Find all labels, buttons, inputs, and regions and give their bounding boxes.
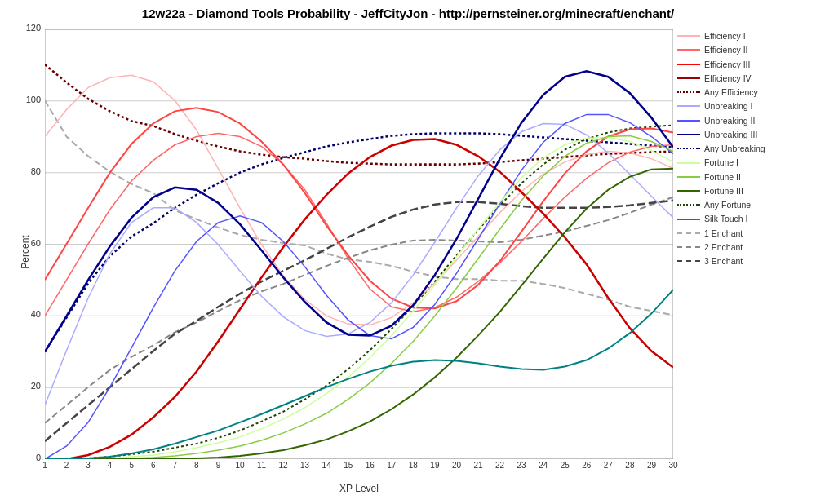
legend-line-9 [677,162,700,164]
legend-item-1: Efficiency II [677,43,809,56]
x-tick-17: 17 [387,461,396,470]
x-tick-23: 23 [517,461,526,470]
legend-label-12: Any Fortune [704,198,751,211]
legend-label-11: Fortune III [704,184,743,197]
x-tick-19: 19 [430,461,439,470]
legend-item-3: Efficiency IV [677,72,809,85]
x-tick-12: 12 [279,461,288,470]
legend-line-7 [677,134,700,135]
legend-line-8 [677,148,700,149]
x-tick-25: 25 [561,461,570,470]
x-tick-22: 22 [495,461,504,470]
legend-item-16: 3 Enchant [677,254,809,267]
legend-label-3: Efficiency IV [704,72,752,85]
x-tick-20: 20 [452,461,461,470]
x-tick-3: 3 [86,461,91,470]
x-tick-10: 10 [235,461,244,470]
legend-item-6: Unbreaking II [677,114,809,127]
y-axis-label: Percent [20,235,31,268]
legend-label-6: Unbreaking II [704,114,755,127]
legend-line-5 [677,105,700,107]
x-tick-6: 6 [151,461,156,470]
legend-item-8: Any Unbreaking [677,142,809,155]
y-tick-60: 60 [31,238,41,248]
x-tick-15: 15 [344,461,353,470]
legend-line-6 [677,120,700,122]
legend-label-15: 2 Enchant [704,241,743,254]
x-tick-4: 4 [108,461,113,470]
y-tick-120: 120 [26,23,41,33]
legend-item-12: Any Fortune [677,198,809,211]
x-tick-13: 13 [300,461,309,470]
legend-line-10 [677,176,700,178]
legend-item-11: Fortune III [677,184,809,197]
legend-label-16: 3 Enchant [704,254,743,267]
x-tick-18: 18 [409,461,418,470]
x-tick-28: 28 [625,461,634,470]
x-tick-2: 2 [64,461,69,470]
legend-label-13: Silk Touch I [704,212,748,225]
chart-area: 120 100 80 60 40 20 0 123456789101112131… [45,29,673,459]
legend-item-0: Efficiency I [677,29,809,42]
x-axis-label: XP Level [45,483,673,494]
legend-line-11 [677,190,700,192]
chart-svg [45,29,673,459]
x-tick-1: 1 [42,461,47,470]
x-tick-7: 7 [173,461,178,470]
y-tick-0: 0 [36,453,41,462]
legend-label-9: Fortune I [704,156,738,169]
x-tick-21: 21 [473,461,482,470]
legend-item-2: Efficiency III [677,58,809,71]
y-tick-100: 100 [26,95,41,104]
legend-line-13 [677,219,700,220]
x-tick-16: 16 [366,461,375,470]
legend-label-2: Efficiency III [704,58,750,71]
x-tick-26: 26 [582,461,591,470]
legend-item-14: 1 Enchant [677,227,809,240]
legend-line-1 [677,49,700,51]
legend-label-0: Efficiency I [704,29,746,42]
legend-line-15 [677,246,700,248]
x-tick-24: 24 [539,461,548,470]
legend-item-5: Unbreaking I [677,99,809,113]
y-tick-80: 80 [31,166,41,176]
legend: Efficiency IEfficiency IIEfficiency IIIE… [677,29,809,269]
legend-line-3 [677,77,700,79]
legend-line-4 [677,91,700,93]
legend-item-13: Silk Touch I [677,212,809,225]
legend-label-10: Fortune II [704,170,741,183]
legend-line-12 [677,204,700,206]
legend-line-14 [677,232,700,234]
x-tick-5: 5 [129,461,134,470]
legend-label-1: Efficiency II [704,43,748,56]
x-tick-11: 11 [257,461,266,470]
x-tick-14: 14 [322,461,331,470]
legend-line-2 [677,64,700,65]
legend-label-4: Any Efficiency [704,86,758,99]
x-tick-8: 8 [194,461,199,470]
x-tick-27: 27 [604,461,613,470]
legend-line-0 [677,35,700,37]
legend-label-14: 1 Enchant [704,227,743,240]
legend-line-16 [677,260,700,262]
legend-item-9: Fortune I [677,156,809,169]
legend-item-10: Fortune II [677,170,809,183]
legend-item-15: 2 Enchant [677,241,809,254]
y-tick-40: 40 [31,309,41,319]
chart-container: 12w22a - Diamond Tools Probability - Jef… [0,0,816,504]
x-tick-30: 30 [668,461,677,470]
x-tick-9: 9 [216,461,221,470]
y-tick-20: 20 [31,381,41,391]
legend-item-7: Unbreaking III [677,128,809,141]
legend-item-4: Any Efficiency [677,86,809,99]
legend-label-8: Any Unbreaking [704,142,765,155]
x-tick-29: 29 [647,461,656,470]
legend-label-7: Unbreaking III [704,128,757,141]
chart-title: 12w22a - Diamond Tools Probability - Jef… [0,0,816,24]
legend-label-5: Unbreaking I [704,99,753,113]
